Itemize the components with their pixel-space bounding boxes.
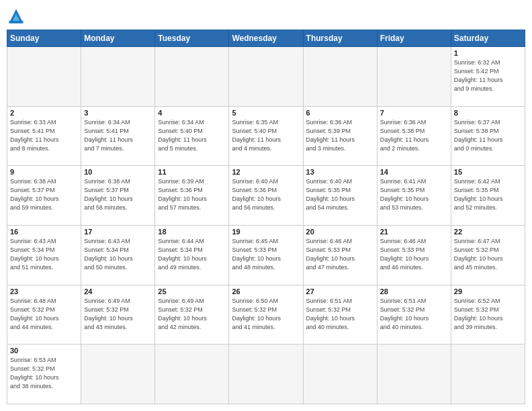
calendar-cell [155, 345, 229, 404]
calendar-cell [229, 47, 303, 107]
calendar-cell: 2Sunrise: 6:33 AMSunset: 5:41 PMDaylight… [7, 106, 81, 166]
calendar-cell [81, 47, 155, 107]
cell-info: Sunrise: 6:39 AMSunset: 5:36 PMDaylight:… [158, 177, 226, 212]
cell-info: Sunrise: 6:34 AMSunset: 5:40 PMDaylight:… [158, 118, 226, 153]
calendar-cell: 19Sunrise: 6:45 AMSunset: 5:33 PMDayligh… [229, 225, 303, 285]
week-row-4: 23Sunrise: 6:48 AMSunset: 5:32 PMDayligh… [7, 285, 525, 345]
calendar-cell [303, 47, 377, 107]
cell-date: 26 [232, 287, 300, 295]
calendar-cell [7, 47, 81, 107]
calendar-cell: 24Sunrise: 6:49 AMSunset: 5:32 PMDayligh… [81, 285, 155, 345]
cell-info: Sunrise: 6:44 AMSunset: 5:34 PMDaylight:… [158, 237, 226, 272]
cell-date: 30 [10, 347, 78, 355]
cell-date: 12 [232, 168, 300, 176]
week-row-1: 2Sunrise: 6:33 AMSunset: 5:41 PMDaylight… [7, 106, 525, 166]
cell-date: 19 [232, 228, 300, 236]
calendar: SundayMondayTuesdayWednesdayThursdayFrid… [7, 30, 525, 404]
weekday-sunday: Sunday [7, 30, 81, 47]
calendar-cell: 20Sunrise: 6:46 AMSunset: 5:33 PMDayligh… [303, 225, 377, 285]
cell-date: 1 [454, 49, 522, 57]
cell-info: Sunrise: 6:42 AMSunset: 5:35 PMDaylight:… [454, 177, 522, 212]
calendar-cell [451, 345, 525, 404]
cell-date: 23 [10, 287, 78, 295]
cell-date: 15 [454, 168, 522, 176]
week-row-0: 1Sunrise: 6:32 AMSunset: 5:42 PMDaylight… [7, 47, 525, 107]
weekday-wednesday: Wednesday [229, 30, 303, 47]
cell-date: 20 [306, 228, 374, 236]
calendar-cell: 29Sunrise: 6:52 AMSunset: 5:32 PMDayligh… [451, 285, 525, 345]
calendar-cell: 11Sunrise: 6:39 AMSunset: 5:36 PMDayligh… [155, 166, 229, 226]
cell-date: 21 [380, 228, 448, 236]
logo-icon [7, 7, 26, 26]
cell-info: Sunrise: 6:51 AMSunset: 5:32 PMDaylight:… [306, 297, 374, 332]
cell-info: Sunrise: 6:46 AMSunset: 5:33 PMDaylight:… [380, 237, 448, 272]
calendar-cell: 27Sunrise: 6:51 AMSunset: 5:32 PMDayligh… [303, 285, 377, 345]
cell-info: Sunrise: 6:43 AMSunset: 5:34 PMDaylight:… [10, 237, 78, 272]
calendar-cell: 8Sunrise: 6:37 AMSunset: 5:38 PMDaylight… [451, 106, 525, 166]
calendar-cell: 26Sunrise: 6:50 AMSunset: 5:32 PMDayligh… [229, 285, 303, 345]
page: SundayMondayTuesdayWednesdayThursdayFrid… [0, 0, 532, 411]
cell-info: Sunrise: 6:45 AMSunset: 5:33 PMDaylight:… [232, 237, 300, 272]
calendar-cell: 6Sunrise: 6:36 AMSunset: 5:39 PMDaylight… [303, 106, 377, 166]
cell-date: 18 [158, 228, 226, 236]
calendar-cell [377, 345, 451, 404]
weekday-friday: Friday [377, 30, 451, 47]
cell-date: 13 [306, 168, 374, 176]
calendar-cell: 25Sunrise: 6:49 AMSunset: 5:32 PMDayligh… [155, 285, 229, 345]
calendar-cell: 15Sunrise: 6:42 AMSunset: 5:35 PMDayligh… [451, 166, 525, 226]
cell-date: 25 [158, 287, 226, 295]
cell-info: Sunrise: 6:47 AMSunset: 5:32 PMDaylight:… [454, 237, 522, 272]
cell-info: Sunrise: 6:52 AMSunset: 5:32 PMDaylight:… [454, 297, 522, 332]
cell-date: 7 [380, 109, 448, 117]
weekday-row: SundayMondayTuesdayWednesdayThursdayFrid… [7, 30, 525, 47]
calendar-cell: 9Sunrise: 6:38 AMSunset: 5:37 PMDaylight… [7, 166, 81, 226]
calendar-cell: 4Sunrise: 6:34 AMSunset: 5:40 PMDaylight… [155, 106, 229, 166]
calendar-header: SundayMondayTuesdayWednesdayThursdayFrid… [7, 30, 525, 47]
cell-info: Sunrise: 6:36 AMSunset: 5:38 PMDaylight:… [380, 118, 448, 153]
calendar-cell: 23Sunrise: 6:48 AMSunset: 5:32 PMDayligh… [7, 285, 81, 345]
cell-date: 5 [232, 109, 300, 117]
cell-info: Sunrise: 6:48 AMSunset: 5:32 PMDaylight:… [10, 297, 78, 332]
calendar-cell: 30Sunrise: 6:53 AMSunset: 5:32 PMDayligh… [7, 345, 81, 404]
calendar-cell [155, 47, 229, 107]
cell-date: 6 [306, 109, 374, 117]
cell-info: Sunrise: 6:34 AMSunset: 5:41 PMDaylight:… [84, 118, 152, 153]
week-row-3: 16Sunrise: 6:43 AMSunset: 5:34 PMDayligh… [7, 225, 525, 285]
week-row-2: 9Sunrise: 6:38 AMSunset: 5:37 PMDaylight… [7, 166, 525, 226]
calendar-cell [303, 345, 377, 404]
calendar-cell: 13Sunrise: 6:40 AMSunset: 5:35 PMDayligh… [303, 166, 377, 226]
cell-info: Sunrise: 6:51 AMSunset: 5:32 PMDaylight:… [380, 297, 448, 332]
cell-date: 9 [10, 168, 78, 176]
cell-date: 2 [10, 109, 78, 117]
weekday-monday: Monday [81, 30, 155, 47]
calendar-cell [229, 345, 303, 404]
cell-date: 29 [454, 287, 522, 295]
cell-date: 8 [454, 109, 522, 117]
calendar-cell [377, 47, 451, 107]
calendar-cell: 14Sunrise: 6:41 AMSunset: 5:35 PMDayligh… [377, 166, 451, 226]
week-row-5: 30Sunrise: 6:53 AMSunset: 5:32 PMDayligh… [7, 345, 525, 404]
cell-info: Sunrise: 6:35 AMSunset: 5:40 PMDaylight:… [232, 118, 300, 153]
cell-date: 11 [158, 168, 226, 176]
weekday-tuesday: Tuesday [155, 30, 229, 47]
calendar-body: 1Sunrise: 6:32 AMSunset: 5:42 PMDaylight… [7, 47, 525, 404]
cell-date: 16 [10, 228, 78, 236]
calendar-cell: 7Sunrise: 6:36 AMSunset: 5:38 PMDaylight… [377, 106, 451, 166]
calendar-cell: 28Sunrise: 6:51 AMSunset: 5:32 PMDayligh… [377, 285, 451, 345]
weekday-saturday: Saturday [451, 30, 525, 47]
cell-info: Sunrise: 6:33 AMSunset: 5:41 PMDaylight:… [10, 118, 78, 153]
calendar-cell: 21Sunrise: 6:46 AMSunset: 5:33 PMDayligh… [377, 225, 451, 285]
header [7, 7, 525, 26]
cell-info: Sunrise: 6:38 AMSunset: 5:37 PMDaylight:… [84, 177, 152, 212]
cell-date: 4 [158, 109, 226, 117]
cell-info: Sunrise: 6:53 AMSunset: 5:32 PMDaylight:… [10, 356, 78, 391]
calendar-cell [81, 345, 155, 404]
calendar-cell: 22Sunrise: 6:47 AMSunset: 5:32 PMDayligh… [451, 225, 525, 285]
cell-info: Sunrise: 6:38 AMSunset: 5:37 PMDaylight:… [10, 177, 78, 212]
cell-info: Sunrise: 6:49 AMSunset: 5:32 PMDaylight:… [84, 297, 152, 332]
cell-date: 17 [84, 228, 152, 236]
cell-info: Sunrise: 6:37 AMSunset: 5:38 PMDaylight:… [454, 118, 522, 153]
cell-date: 28 [380, 287, 448, 295]
cell-date: 3 [84, 109, 152, 117]
weekday-thursday: Thursday [303, 30, 377, 47]
